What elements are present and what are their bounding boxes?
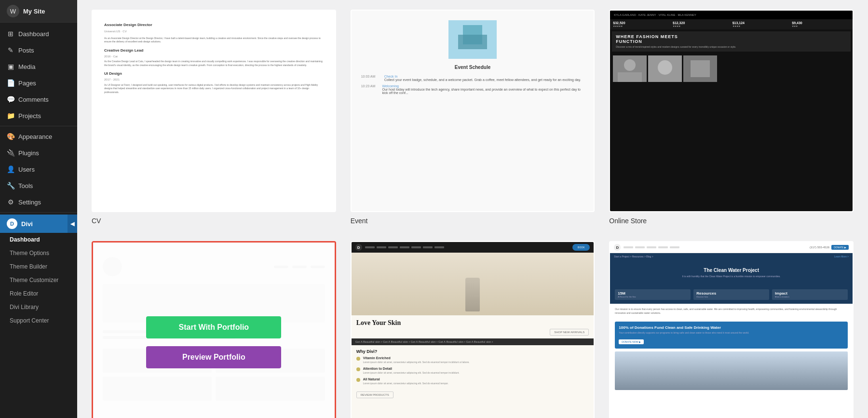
main-content: Associate Design Director Universit.US ·… bbox=[77, 0, 868, 418]
wordpress-logo: W bbox=[7, 5, 19, 17]
template-card-online-store[interactable]: KYLA GARLAND · KATE JENNY · VITAL KLINE … bbox=[609, 10, 854, 227]
template-card-cv[interactable]: Associate Design Director Universit.US ·… bbox=[92, 10, 336, 227]
template-preview-event: Event Schedule 10:03 AM Check In Collect… bbox=[351, 10, 595, 212]
sidebar-item-label: Dashboard bbox=[18, 30, 49, 38]
sidebar-item-comments[interactable]: 💬 Comments bbox=[0, 91, 77, 108]
divi-label: Divi bbox=[21, 220, 33, 228]
template-preview-beauty: D bbox=[351, 241, 595, 418]
users-icon: 👤 bbox=[7, 165, 14, 173]
template-label-event: Event bbox=[351, 212, 595, 227]
sidebar-item-settings[interactable]: ⚙ Settings bbox=[0, 194, 77, 210]
start-with-portfolio-button[interactable]: Start With Portfolio bbox=[146, 316, 281, 338]
sidebar-item-projects[interactable]: 📁 Projects bbox=[0, 108, 77, 124]
sidebar-item-plugins[interactable]: 🔌 Plugins bbox=[0, 145, 77, 161]
comments-icon: 💬 bbox=[7, 95, 14, 103]
sidebar-item-dashboard[interactable]: ⊞ Dashboard bbox=[0, 26, 77, 42]
dashboard-icon: ⊞ bbox=[7, 30, 14, 38]
sidebar-item-label: Users bbox=[18, 166, 35, 173]
sidebar-item-label: Projects bbox=[18, 112, 41, 120]
sidebar-item-users[interactable]: 👤 Users bbox=[0, 161, 77, 177]
sidebar-sub-item-theme-customizer[interactable]: Theme Customizer bbox=[0, 273, 77, 287]
svg-rect-5 bbox=[618, 72, 642, 82]
sidebar-sub-item-support-center[interactable]: Support Center bbox=[0, 314, 77, 327]
beauty-mock-content: D bbox=[352, 242, 594, 418]
divi-submenu: Dashboard Theme Options Theme Builder Th… bbox=[0, 233, 77, 327]
sidebar-divi-header[interactable]: D Divi ◀ bbox=[0, 215, 77, 233]
beauty-header: D bbox=[352, 242, 594, 253]
sidebar-item-label: Tools bbox=[18, 182, 33, 189]
sidebar-sub-item-divi-library[interactable]: Divi Library bbox=[0, 300, 77, 314]
event-hero-image bbox=[448, 20, 497, 59]
templates-grid: Associate Design Director Universit.US ·… bbox=[92, 10, 854, 418]
sidebar-item-label: Pages bbox=[18, 80, 36, 87]
sidebar-item-appearance[interactable]: 🎨 Appearance bbox=[0, 128, 77, 145]
cv-mock-content: Associate Design Director Universit.US ·… bbox=[93, 11, 335, 211]
svg-point-4 bbox=[624, 59, 636, 71]
sidebar-item-label: Settings bbox=[18, 199, 41, 206]
sidebar-item-label: Posts bbox=[18, 47, 34, 54]
template-preview-cv: Associate Design Director Universit.US ·… bbox=[92, 10, 336, 212]
tools-icon: 🔧 bbox=[7, 182, 14, 189]
pages-icon: 📄 bbox=[7, 79, 14, 87]
sidebar-nav: ⊞ Dashboard ✎ Posts ▣ Media 📄 Pages 💬 Co… bbox=[0, 23, 77, 418]
sidebar-item-label: Appearance bbox=[18, 133, 52, 140]
appearance-icon: 🎨 bbox=[7, 133, 14, 140]
svg-rect-9 bbox=[691, 60, 710, 77]
template-preview-online-store: KYLA GARLAND · KATE JENNY · VITAL KLINE … bbox=[609, 10, 854, 212]
store-mock-content: KYLA GARLAND · KATE JENNY · VITAL KLINE … bbox=[610, 11, 853, 211]
sidebar-item-label: Media bbox=[18, 63, 35, 70]
sidebar-item-posts[interactable]: ✎ Posts bbox=[0, 42, 77, 58]
settings-icon: ⚙ bbox=[7, 198, 14, 206]
template-preview-non-profit: D (317) bbox=[609, 241, 854, 418]
sidebar-item-label: Comments bbox=[18, 96, 49, 103]
template-card-beauty[interactable]: D bbox=[351, 241, 595, 418]
sidebar-divider-2 bbox=[0, 212, 77, 213]
svg-point-7 bbox=[658, 60, 672, 75]
svg-rect-2 bbox=[458, 35, 487, 49]
projects-icon: 📁 bbox=[7, 112, 14, 120]
sidebar-item-pages[interactable]: 📄 Pages bbox=[0, 75, 77, 91]
sidebar-sub-item-dashboard[interactable]: Dashboard bbox=[0, 233, 77, 246]
divi-arrow-icon: ◀ bbox=[68, 215, 77, 233]
sidebar-sub-item-role-editor[interactable]: Role Editor bbox=[0, 287, 77, 300]
sidebar-divider bbox=[0, 126, 77, 126]
template-card-non-profit[interactable]: D (317) bbox=[609, 241, 854, 418]
beauty-hero-title: Love Your Skin bbox=[352, 315, 594, 329]
event-mock-content: Event Schedule 10:03 AM Check In Collect… bbox=[352, 11, 594, 211]
sidebar-sub-item-theme-options[interactable]: Theme Options bbox=[0, 246, 77, 260]
sidebar: W My Site ⊞ Dashboard ✎ Posts ▣ Media 📄 … bbox=[0, 0, 77, 418]
template-preview-portfolio: Start With Portfolio Preview Portfolio bbox=[92, 241, 336, 418]
template-card-portfolio[interactable]: Start With Portfolio Preview Portfolio P… bbox=[92, 241, 336, 418]
sidebar-logo: W My Site bbox=[0, 0, 77, 23]
media-icon: ▣ bbox=[7, 63, 14, 70]
event-title: Event Schedule bbox=[455, 65, 490, 70]
posts-icon: ✎ bbox=[7, 46, 14, 54]
template-card-event[interactable]: Event Schedule 10:03 AM Check In Collect… bbox=[351, 10, 595, 227]
sidebar-item-media[interactable]: ▣ Media bbox=[0, 58, 77, 75]
template-label-cv: CV bbox=[92, 212, 336, 227]
site-name: My Site bbox=[23, 8, 45, 15]
portfolio-overlay: Start With Portfolio Preview Portfolio bbox=[93, 243, 335, 418]
sidebar-item-tools[interactable]: 🔧 Tools bbox=[0, 177, 77, 194]
plugins-icon: 🔌 bbox=[7, 149, 14, 157]
divi-icon: D bbox=[7, 218, 17, 229]
sidebar-sub-item-theme-builder[interactable]: Theme Builder bbox=[0, 260, 77, 273]
template-label-online-store: Online Store bbox=[609, 212, 854, 227]
sidebar-item-label: Plugins bbox=[18, 149, 39, 157]
preview-portfolio-button[interactable]: Preview Portfolio bbox=[146, 346, 281, 368]
nonprofit-mock-content: D (317) bbox=[610, 242, 853, 418]
